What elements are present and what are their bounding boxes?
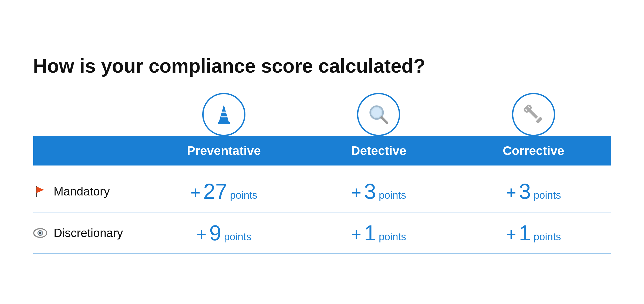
banner-corrective-label: Corrective [503,143,564,158]
banner-detective: Detective [301,143,456,158]
mandatory-label: Mandatory [33,184,147,198]
banner-preventative-label: Preventative [187,143,261,158]
corrective-icon-circle [512,93,555,136]
col-preventative [147,93,301,136]
svg-point-5 [372,108,381,117]
svg-point-14 [39,232,41,234]
svg-marker-11 [36,187,44,193]
flag-icon [33,184,47,198]
discretionary-preventative-value: +9 points [147,221,301,245]
discretionary-label: Discretionary [33,226,147,240]
discretionary-corrective-value: +1 points [456,221,611,245]
compliance-score-card: How is your compliance score calculated? [12,39,633,265]
svg-rect-3 [221,116,227,117]
svg-rect-2 [220,112,228,113]
wrench-icon [521,102,546,127]
detective-icon-circle [357,93,400,136]
col-detective [301,93,456,136]
mandatory-corrective-value: +3 points [456,179,611,204]
mandatory-detective-value: +3 points [301,179,456,204]
page-title: How is your compliance score calculated? [33,55,611,77]
discretionary-detective-value: +1 points [301,221,456,245]
blue-banner: Preventative Detective Corrective [33,136,611,165]
magnify-icon [366,102,392,127]
svg-rect-1 [218,122,230,124]
discretionary-row: Discretionary +9 points +1 points +1 poi… [33,212,611,254]
banner-row: Preventative Detective Corrective [33,143,611,158]
mandatory-row: Mandatory +27 points +3 points +3 points [33,171,611,212]
banner-corrective: Corrective [456,143,611,158]
banner-preventative: Preventative [147,143,301,158]
banner-spacer [33,143,147,158]
col-corrective [456,93,611,136]
mandatory-preventative-value: +27 points [147,179,301,204]
cone-icon [212,102,236,127]
columns-area: Preventative Detective Corrective [33,93,611,254]
header-row [33,93,611,136]
data-section: Mandatory +27 points +3 points +3 points [33,171,611,254]
svg-rect-7 [526,107,538,119]
svg-line-6 [382,117,387,123]
svg-marker-0 [219,105,229,122]
eye-icon [33,226,47,240]
banner-detective-label: Detective [351,143,406,158]
preventative-icon-circle [202,93,245,136]
